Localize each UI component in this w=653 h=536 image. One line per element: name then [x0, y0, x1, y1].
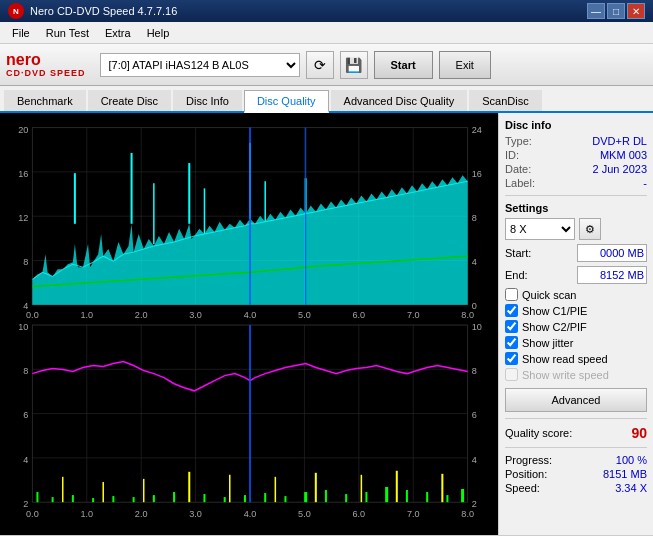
- c2pif-row: Show C2/PIF: [505, 320, 647, 333]
- disc-id-label: ID:: [505, 149, 519, 161]
- speed-display-value: 3.34 X: [615, 482, 647, 494]
- svg-text:24: 24: [472, 125, 482, 135]
- svg-text:3.0: 3.0: [189, 310, 202, 320]
- menu-extra[interactable]: Extra: [97, 25, 139, 41]
- speed-display-row: Speed: 3.34 X: [505, 482, 647, 494]
- disc-label-value: -: [643, 177, 647, 189]
- start-label: Start:: [505, 247, 531, 259]
- quality-label: Quality score:: [505, 427, 572, 439]
- tab-scan-disc[interactable]: ScanDisc: [469, 90, 541, 111]
- title-bar: N Nero CD-DVD Speed 4.7.7.16 — □ ✕: [0, 0, 653, 22]
- c1pie-row: Show C1/PIE: [505, 304, 647, 317]
- tab-disc-info[interactable]: Disc Info: [173, 90, 242, 111]
- disc-info-title: Disc info: [505, 119, 647, 131]
- start-row: Start:: [505, 244, 647, 262]
- read-speed-checkbox[interactable]: [505, 352, 518, 365]
- menu-help[interactable]: Help: [139, 25, 178, 41]
- tab-create-disc[interactable]: Create Disc: [88, 90, 171, 111]
- svg-text:8: 8: [23, 366, 28, 376]
- disc-type-value: DVD+R DL: [592, 135, 647, 147]
- tab-advanced-disc-quality[interactable]: Advanced Disc Quality: [331, 90, 468, 111]
- close-button[interactable]: ✕: [627, 3, 645, 19]
- main-chart: 20 16 12 8 4 24 16 8 4 0: [2, 115, 496, 533]
- drive-select[interactable]: [7:0] ATAPI iHAS124 B AL0S: [100, 53, 300, 77]
- svg-text:8: 8: [472, 366, 477, 376]
- toolbar: nero CD·DVD SPEED [7:0] ATAPI iHAS124 B …: [0, 44, 653, 86]
- write-speed-row: Show write speed: [505, 368, 647, 381]
- minimize-button[interactable]: —: [587, 3, 605, 19]
- menu-file[interactable]: File: [4, 25, 38, 41]
- read-speed-label[interactable]: Show read speed: [522, 353, 608, 365]
- disc-id-row: ID: MKM 003: [505, 149, 647, 161]
- jitter-checkbox[interactable]: [505, 336, 518, 349]
- speed-select[interactable]: 8 X Max 1 X 2 X 4 X 16 X: [505, 218, 575, 240]
- svg-text:8: 8: [23, 257, 28, 267]
- svg-text:4: 4: [472, 455, 477, 465]
- quick-scan-checkbox[interactable]: [505, 288, 518, 301]
- tab-disc-quality[interactable]: Disc Quality: [244, 90, 329, 113]
- quick-scan-label[interactable]: Quick scan: [522, 289, 576, 301]
- svg-text:5.0: 5.0: [298, 310, 311, 320]
- separator-3: [505, 447, 647, 448]
- svg-text:2: 2: [472, 499, 477, 509]
- end-label: End:: [505, 269, 528, 281]
- quality-score: 90: [631, 425, 647, 441]
- c2pif-checkbox[interactable]: [505, 320, 518, 333]
- disc-date-row: Date: 2 Jun 2023: [505, 163, 647, 175]
- progress-section: Progress: 100 % Position: 8151 MB Speed:…: [505, 454, 647, 494]
- svg-text:6: 6: [472, 410, 477, 420]
- disc-label-label: Label:: [505, 177, 535, 189]
- separator-1: [505, 195, 647, 196]
- read-speed-row: Show read speed: [505, 352, 647, 365]
- position-row: Position: 8151 MB: [505, 468, 647, 480]
- disc-date-value: 2 Jun 2023: [593, 163, 647, 175]
- start-input[interactable]: [577, 244, 647, 262]
- svg-text:5.0: 5.0: [298, 509, 311, 519]
- disc-type-label: Type:: [505, 135, 532, 147]
- nero-logo: nero CD·DVD SPEED: [6, 52, 86, 78]
- end-input[interactable]: [577, 266, 647, 284]
- refresh-icon-button[interactable]: ⟳: [306, 51, 334, 79]
- maximize-button[interactable]: □: [607, 3, 625, 19]
- svg-text:7.0: 7.0: [407, 310, 420, 320]
- svg-text:16: 16: [18, 169, 28, 179]
- svg-text:16: 16: [472, 169, 482, 179]
- settings-icon-button[interactable]: ⚙: [579, 218, 601, 240]
- tab-benchmark[interactable]: Benchmark: [4, 90, 86, 111]
- svg-text:2.0: 2.0: [135, 509, 148, 519]
- c2pif-label[interactable]: Show C2/PIF: [522, 321, 587, 333]
- save-icon-button[interactable]: 💾: [340, 51, 368, 79]
- nero-logo-bottom: CD·DVD SPEED: [6, 68, 86, 78]
- side-panel: Disc info Type: DVD+R DL ID: MKM 003 Dat…: [498, 113, 653, 535]
- c1pie-checkbox[interactable]: [505, 304, 518, 317]
- advanced-button[interactable]: Advanced: [505, 388, 647, 412]
- main-area: 20 16 12 8 4 24 16 8 4 0: [0, 113, 653, 535]
- svg-text:4: 4: [472, 257, 477, 267]
- menu-run-test[interactable]: Run Test: [38, 25, 97, 41]
- disc-date-label: Date:: [505, 163, 531, 175]
- svg-text:2: 2: [23, 499, 28, 509]
- title-bar-controls[interactable]: — □ ✕: [587, 3, 645, 19]
- svg-text:6.0: 6.0: [352, 310, 365, 320]
- jitter-label[interactable]: Show jitter: [522, 337, 573, 349]
- exit-button[interactable]: Exit: [439, 51, 491, 79]
- write-speed-label: Show write speed: [522, 369, 609, 381]
- svg-text:12: 12: [18, 213, 28, 223]
- svg-text:8.0: 8.0: [461, 310, 474, 320]
- nero-logo-top: nero: [6, 52, 86, 68]
- svg-text:0.0: 0.0: [26, 509, 39, 519]
- disc-label-row: Label: -: [505, 177, 647, 189]
- progress-row: Progress: 100 %: [505, 454, 647, 466]
- start-button[interactable]: Start: [374, 51, 433, 79]
- svg-text:4.0: 4.0: [244, 310, 257, 320]
- tabs-bar: Benchmark Create Disc Disc Info Disc Qua…: [0, 86, 653, 113]
- app-title: Nero CD-DVD Speed 4.7.7.16: [30, 5, 177, 17]
- c1pie-label[interactable]: Show C1/PIE: [522, 305, 587, 317]
- disc-type-row: Type: DVD+R DL: [505, 135, 647, 147]
- quick-scan-row: Quick scan: [505, 288, 647, 301]
- svg-text:3.0: 3.0: [189, 509, 202, 519]
- settings-title: Settings: [505, 202, 647, 214]
- svg-text:7.0: 7.0: [407, 509, 420, 519]
- write-speed-checkbox[interactable]: [505, 368, 518, 381]
- svg-text:20: 20: [18, 125, 28, 135]
